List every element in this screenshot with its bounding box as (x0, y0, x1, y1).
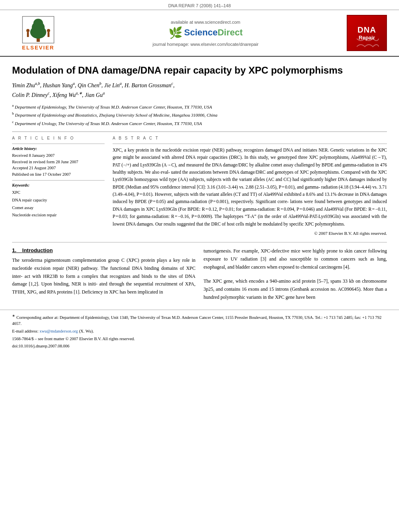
svg-point-4 (26, 29, 29, 32)
available-text: available at www.sciencedirect.com (64, 20, 347, 25)
dna-label: DNA (358, 25, 376, 35)
affiliations: a Department of Epidemiology, The Univer… (12, 103, 387, 126)
sciencedirect-logo: 🌿 ScienceDirect (64, 26, 347, 39)
article-info-title: A R T I C L E I N F O (12, 136, 105, 140)
elsevier-label: ELSEVIER (22, 45, 54, 51)
intro-left-text: The xeroderma pigmentosum complementatio… (12, 257, 195, 296)
sd-leaf-icon: 🌿 (169, 26, 183, 39)
body-left-col: 1. Introduction The xeroderma pigmentosu… (12, 247, 195, 302)
copyright: © 2007 Elsevier B.V. All rights reserved… (113, 231, 387, 236)
affiliation-b: b Department of Epidemiology and Biostat… (12, 111, 387, 118)
svg-rect-7 (47, 32, 49, 37)
introduction-heading: 1. Introduction (12, 247, 195, 253)
article-title: Modulation of DNA damage/DNA repair capa… (12, 64, 387, 76)
keywords-label: Keywords: (12, 183, 105, 187)
doi-line: doi:10.1016/j.dnarep.2007.08.006 (12, 343, 387, 349)
info-divider-1 (12, 144, 105, 144)
divider-1 (12, 131, 387, 132)
received-revised: Received in revised form 28 June 2007 (12, 159, 105, 165)
corresponding-label: Corresponding author at: (16, 315, 59, 319)
journal-reference: DNA REPAIR 7 (2008) 141–148 (168, 3, 231, 8)
info-divider-2 (12, 180, 105, 181)
body-right-col: tumorigenesis. For example, XPC-defectiv… (204, 247, 387, 302)
keywords-list: XPC DNA repair capacity Comet assay Nucl… (12, 189, 105, 220)
body-content: 1. Introduction The xeroderma pigmentosu… (12, 242, 387, 302)
abstract-section: A B S T R A C T XPC, a key protein in th… (113, 136, 387, 236)
footer: ∗ Corresponding author at: Department of… (0, 310, 399, 355)
section-title-text: Introduction (22, 247, 53, 253)
dna-helix-icon (355, 37, 379, 49)
copyright-line: 1568-7864/$ – see front matter © 2007 El… (12, 336, 387, 342)
history-label: Article history: (12, 146, 105, 151)
dna-repair-logo: DNA Repair (347, 15, 387, 51)
published-date: Published on line 17 October 2007 (12, 171, 105, 178)
corresponding-text: Department of Epidemiology, Unit 1340, T… (12, 315, 381, 326)
info-abstract-section: A R T I C L E I N F O Article history: R… (12, 136, 387, 236)
sd-brand-text: ScienceDirect (184, 27, 243, 38)
intro-right-text: tumorigenesis. For example, XPC-defectiv… (204, 247, 387, 271)
authors: Yimin Zhua,b, Hushan Yanga, Qin Chenb, J… (12, 80, 387, 100)
journal-header: ELSEVIER available at www.sciencedirect.… (0, 10, 399, 57)
received-date: Received 8 January 2007 (12, 152, 105, 159)
abstract-title: A B S T R A C T (113, 136, 387, 140)
svg-point-3 (33, 18, 43, 27)
elsevier-tree-icon (22, 16, 54, 44)
affiliation-a: a Department of Epidemiology, The Univer… (12, 103, 387, 110)
journal-center: available at www.sciencedirect.com 🌿 Sci… (64, 20, 347, 47)
svg-rect-5 (27, 32, 29, 37)
elsevier-logo: ELSEVIER (12, 16, 64, 51)
accepted-date: Accepted 21 August 2007 (12, 165, 105, 171)
email-note: E-mail address: xwu@mdanderson.org (X. W… (12, 328, 387, 335)
email-person: (X. Wu). (79, 329, 94, 333)
article-content: Modulation of DNA damage/DNA repair capa… (0, 64, 399, 302)
page: DNA REPAIR 7 (2008) 141–148 ELSEVIER (0, 0, 399, 532)
email-link[interactable]: xwu@mdanderson.org (39, 329, 78, 333)
keyword-2: DNA repair capacity (12, 197, 105, 204)
abstract-divider (113, 144, 387, 144)
affiliation-c: c Department of Urology, The University … (12, 119, 387, 127)
keyword-3: Comet assay (12, 204, 105, 212)
email-label: E-mail address: (12, 329, 39, 333)
intro-right-text-2: The XPC gene, which encodes a 940-amino … (204, 277, 387, 301)
article-info: A R T I C L E I N F O Article history: R… (12, 136, 105, 236)
svg-point-6 (47, 29, 50, 32)
section-number: 1. (12, 247, 16, 253)
corresponding-author-note: ∗ Corresponding author at: Department of… (12, 313, 387, 327)
homepage-text: journal homepage: www.elsevier.com/locat… (64, 42, 347, 47)
journal-ref-bar: DNA REPAIR 7 (2008) 141–148 (0, 0, 399, 10)
keyword-4: Nucleotide excision repair (12, 212, 105, 219)
keyword-1: XPC (12, 189, 105, 197)
abstract-text: XPC, a key protein in the nucleotide exc… (113, 146, 387, 228)
